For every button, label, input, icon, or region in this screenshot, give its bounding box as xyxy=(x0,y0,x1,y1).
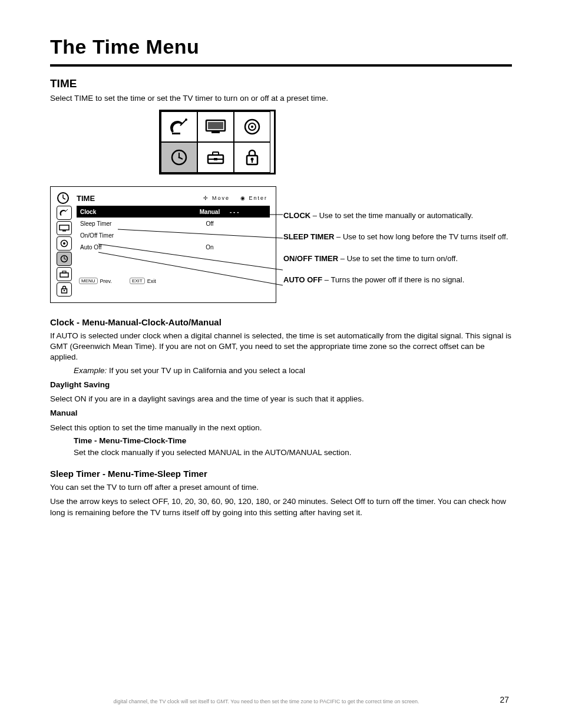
grid-cell-channel[interactable] xyxy=(161,111,197,142)
grid-cell-picture[interactable] xyxy=(197,111,234,142)
svg-point-1 xyxy=(185,118,187,121)
sleep-heading: Sleep Timer - Menu-Time-Sleep Timer xyxy=(50,469,512,479)
clock-icon xyxy=(60,255,68,263)
svg-rect-24 xyxy=(59,225,69,230)
exit-button-hint: EXIT xyxy=(130,278,145,284)
side-tab-setup[interactable] xyxy=(57,267,72,281)
toolbox-icon xyxy=(59,271,69,278)
satellite-dish-icon xyxy=(59,209,69,217)
side-tab-sound[interactable] xyxy=(57,236,72,251)
manual-body1: Select this option to set the time manua… xyxy=(50,423,512,433)
speaker-icon xyxy=(60,239,68,248)
svg-rect-14 xyxy=(213,152,219,155)
side-tab-picture[interactable] xyxy=(57,221,72,235)
svg-point-34 xyxy=(64,290,65,291)
row-value: Off xyxy=(190,220,230,227)
svg-rect-4 xyxy=(208,122,223,129)
page-number: 27 xyxy=(500,695,509,704)
page-title: The Time Menu xyxy=(50,35,512,58)
menu-nav-hints: ✢ Move ◉ Enter xyxy=(203,195,270,201)
sleep-body2: Use the arrow keys to select OFF, 10, 20… xyxy=(50,496,512,518)
clock-heading: Clock - Menu-Manual-Clock-Auto/Manual xyxy=(50,317,512,327)
svg-rect-31 xyxy=(60,273,68,277)
callout-sleep-timer: SLEEP TIMER – Use to set how long before… xyxy=(283,232,537,242)
svg-rect-25 xyxy=(62,230,66,232)
time-menu-panel: TIME ✢ Move ◉ Enter xyxy=(50,186,276,303)
callout-onoff-timer: ON/OFF TIMER – Use to set the time to tu… xyxy=(283,254,537,263)
menu-row-onoff-timer[interactable]: On/Off Timer xyxy=(77,229,270,241)
manual-title: Manual xyxy=(50,408,512,419)
manual-body2: Set the clock manually if you selected M… xyxy=(74,447,512,458)
svg-rect-32 xyxy=(62,271,66,273)
tv-icon xyxy=(204,118,227,135)
svg-line-22 xyxy=(63,198,65,199)
svg-point-27 xyxy=(63,242,65,245)
header-rule xyxy=(50,64,512,67)
menu-title: TIME xyxy=(74,194,199,203)
grid-cell-lock[interactable] xyxy=(234,142,270,173)
svg-rect-2 xyxy=(172,133,180,134)
svg-rect-16 xyxy=(214,158,217,160)
sleep-body1: You can set the TV to turn off after a p… xyxy=(50,482,512,493)
svg-rect-19 xyxy=(252,160,253,163)
menu-row-clock[interactable]: Clock Manual - - - xyxy=(77,206,270,218)
lock-icon xyxy=(61,285,68,294)
side-tab-time[interactable] xyxy=(57,252,72,266)
speaker-icon xyxy=(243,118,261,136)
menu-side-tabs xyxy=(57,206,72,297)
menu-row-auto-off[interactable]: Auto Off On xyxy=(77,241,270,253)
menu-bottom-hints: MENUPrev. EXITExit xyxy=(77,278,270,284)
footer-continuation: digital channel, the TV clock will set i… xyxy=(53,699,480,704)
section-heading: TIME xyxy=(50,77,512,90)
intro-text: Select TIME to set the time or set the T… xyxy=(50,94,512,103)
main-menu-grid xyxy=(159,110,276,174)
clock-example: Example: If you set your TV up in Califo… xyxy=(74,365,512,376)
menu-button-hint: MENU xyxy=(79,278,98,284)
side-tab-channel[interactable] xyxy=(57,206,72,220)
toolbox-icon xyxy=(206,150,226,165)
clock-body: If AUTO is selected under clock when a d… xyxy=(50,331,512,363)
svg-line-23 xyxy=(65,209,68,212)
row-label: Sleep Timer xyxy=(80,220,190,227)
grid-cell-setup[interactable] xyxy=(197,142,234,173)
callout-clock: CLOCK – Use to set the time manually or … xyxy=(283,211,537,220)
svg-point-12 xyxy=(178,157,180,159)
row-value: Manual xyxy=(190,209,230,215)
callout-auto-off: AUTO OFF – Turns the power off if there … xyxy=(283,275,537,285)
row-label: On/Off Timer xyxy=(80,232,190,239)
tv-icon xyxy=(59,225,70,232)
svg-line-30 xyxy=(64,259,66,259)
manual-sub: Time - Menu-Time-Clock-Time xyxy=(74,436,512,446)
grid-cell-sound[interactable] xyxy=(234,111,270,142)
daylight-body: Select ON if you are in a daylight savin… xyxy=(50,394,512,404)
side-tab-lock[interactable] xyxy=(57,282,72,297)
row-value: On xyxy=(190,244,230,251)
svg-point-8 xyxy=(251,126,253,128)
row-label: Auto Off xyxy=(80,244,190,251)
svg-rect-5 xyxy=(211,131,220,133)
satellite-dish-icon xyxy=(168,117,190,136)
row-label: Clock xyxy=(80,209,190,215)
lock-icon xyxy=(244,149,260,166)
row-value2: - - - xyxy=(230,209,266,215)
menu-row-sleep-timer[interactable]: Sleep Timer Off xyxy=(77,218,270,229)
clock-icon xyxy=(170,148,189,167)
daylight-title: Daylight Saving xyxy=(50,380,512,390)
grid-cell-time[interactable] xyxy=(161,142,197,173)
clock-icon xyxy=(57,192,70,205)
